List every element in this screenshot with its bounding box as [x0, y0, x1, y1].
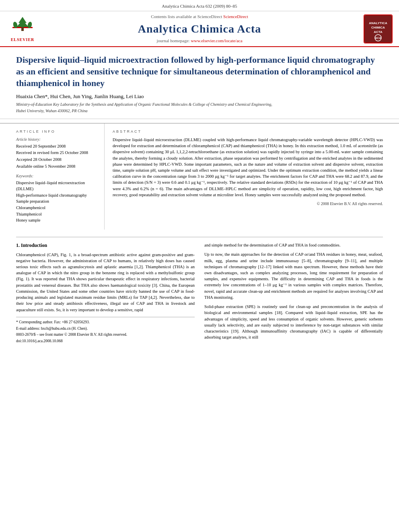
body-content: 1. Introduction Chloramphenicol (CAP), F… [0, 230, 399, 353]
elsevier-text: ELSEVIER [11, 37, 35, 43]
intro-para-3: Up to now, the main approaches for the d… [204, 251, 383, 300]
article-info-column: ARTICLE INFO Article history: Received 2… [16, 123, 105, 230]
copyright: © 2008 Elsevier B.V. All rights reserved… [113, 201, 383, 207]
intro-para-1: Chloramphenicol (CAP), Fig. 1, is a broa… [16, 252, 195, 313]
section-divider [16, 237, 383, 237]
body-col-right: and simple method for the determination … [204, 242, 383, 345]
journal-reference: Analytica Chimica Acta 632 (2009) 80–85 [162, 4, 237, 8]
keyword-4: Chloramphenicol [16, 205, 98, 211]
intro-para-4: Solid-phase extraction (SPE) is routinel… [204, 304, 383, 340]
keyword-5: Thiamphenicol [16, 212, 98, 218]
keywords-section: Keywords: Dispersive liquid–liquid micro… [16, 173, 98, 224]
journal-title-area: Contents lists available at ScienceDirec… [39, 14, 360, 44]
history-label: Article history: [16, 137, 98, 143]
abstract-text: Dispersive liquid–liquid microextraction… [113, 137, 383, 198]
introduction-two-col: 1. Introduction Chloramphenicol (CAP), F… [16, 242, 383, 345]
affiliation-1: Ministry-of-Education Key Laboratory for… [16, 102, 383, 107]
introduction-heading: 1. Introduction [16, 242, 195, 249]
affiliation-2: Hubei University, Wuhan 430062, PR China [16, 108, 383, 114]
keyword-3: Sample preparation [16, 199, 98, 205]
received-revised-date: Received in revised form 25 October 2008 [16, 150, 98, 156]
keywords-label: Keywords: [16, 173, 98, 179]
aca-logo-area: ANALYTICA CHIMICA ACTA ACA [360, 14, 393, 43]
footnote-issn: 0003-2670/$ – see front matter © 2008 El… [16, 332, 195, 338]
article-info-abstract-section: ARTICLE INFO Article history: Received 2… [0, 123, 399, 230]
sciencedirect-url[interactable]: ScienceDirect [223, 14, 248, 19]
page-wrapper: Analytica Chimica Acta 632 (2009) 80–85 … [0, 0, 399, 353]
svg-rect-3 [21, 27, 24, 31]
keyword-2: High-performance liquid chromatography [16, 193, 98, 199]
footnote-corresponding: * Corresponding author. Fax: +86 27 6205… [16, 320, 195, 325]
journal-banner: ELSEVIER Contents lists available at Sci… [0, 11, 399, 47]
article-title: Dispersive liquid–liquid microextraction… [16, 54, 383, 89]
elsevier-tree-icon [10, 15, 35, 37]
journal-reference-bar: Analytica Chimica Acta 632 (2009) 80–85 [0, 0, 399, 11]
abstract-column: ABSTRACT Dispersive liquid–liquid microe… [105, 123, 383, 230]
keyword-1: Dispersive liquid–liquid microextraction… [16, 180, 98, 192]
available-date: Available online 5 November 2008 [16, 164, 98, 170]
svg-text:ACTA: ACTA [374, 30, 383, 34]
svg-marker-2 [16, 20, 29, 27]
journal-title: Analytica Chimica Acta [39, 21, 360, 37]
homepage-url[interactable]: www.elsevier.com/locate/aca [191, 38, 242, 43]
svg-text:ACA: ACA [375, 37, 381, 39]
svg-text:ANALYTICA: ANALYTICA [369, 21, 387, 25]
received-date: Received 20 September 2008 [16, 144, 98, 150]
elsevier-logo-area: ELSEVIER [6, 15, 39, 43]
footnote-doi: doi:10.1016/j.aca.2008.10.068 [16, 339, 195, 344]
journal-homepage[interactable]: journal homepage: www.elsevier.com/locat… [39, 38, 360, 44]
abstract-label: ABSTRACT [113, 129, 383, 134]
authors: Huaixia Chen*, Hui Chen, Jun Ying, Jianl… [16, 93, 383, 100]
intro-para-2: and simple method for the determination … [204, 242, 383, 248]
sciencedirect-link[interactable]: Contents lists available at ScienceDirec… [39, 14, 360, 20]
aca-logo-svg: ANALYTICA CHIMICA ACTA ACA [364, 15, 392, 43]
accepted-date: Accepted 28 October 2008 [16, 157, 98, 163]
aca-logo: ANALYTICA CHIMICA ACTA ACA [364, 14, 393, 43]
footnote-email: E-mail address: hxch@hubu.edu.cn (H. Che… [16, 326, 195, 332]
footnote-area: * Corresponding author. Fax: +86 27 6205… [16, 317, 195, 344]
body-col-left: 1. Introduction Chloramphenicol (CAP), F… [16, 242, 195, 345]
article-info-label: ARTICLE INFO [16, 129, 98, 134]
svg-text:CHIMICA: CHIMICA [371, 26, 385, 29]
article-header: Dispersive liquid–liquid microextraction… [0, 47, 399, 119]
keyword-6: Honey sample [16, 218, 98, 224]
